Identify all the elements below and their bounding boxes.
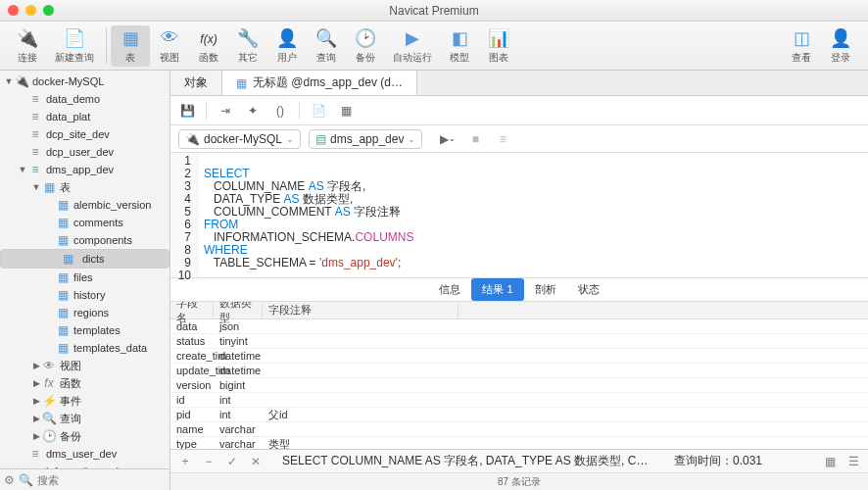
disclosure-icon[interactable]: ▶ — [31, 378, 41, 388]
disclosure-icon[interactable]: ▼ — [18, 165, 27, 174]
cell[interactable]: pid — [170, 408, 214, 421]
tree-node[interactable]: ▦files — [0, 269, 169, 286]
settings-icon[interactable]: ⚙ — [4, 473, 15, 487]
toolbar-chart-button[interactable]: 📊图表 — [479, 25, 518, 67]
table-row[interactable]: namevarchar — [170, 422, 868, 437]
cell[interactable]: int — [214, 408, 263, 421]
form-view-icon[interactable]: ☰ — [846, 455, 860, 468]
tree-node[interactable]: ▦history — [0, 286, 169, 304]
add-row-icon[interactable]: + — [178, 455, 192, 468]
toolbar-auto-button[interactable]: ▶自动运行 — [385, 25, 440, 67]
indent-icon[interactable]: ⇥ — [217, 102, 234, 120]
toolbar-fx-button[interactable]: f(x)函数 — [189, 25, 228, 67]
cell[interactable]: create_tim — [170, 349, 214, 363]
table-row[interactable]: create_timdatetime — [170, 349, 868, 364]
tree-node[interactable]: ≡dms_user_dev — [0, 445, 169, 463]
tree-node[interactable]: ▼≡dms_app_dev — [0, 161, 169, 178]
grid-view-icon[interactable]: ▦ — [823, 455, 837, 468]
cell[interactable]: int — [214, 393, 263, 407]
tree-node[interactable]: ▼▦表 — [0, 178, 169, 196]
connection-select[interactable]: 🔌 docker-MySQL ⌄ — [178, 129, 301, 149]
cell[interactable]: tinyint — [214, 334, 263, 348]
tree-node[interactable]: ≡dcp_user_dev — [0, 143, 169, 161]
save-icon[interactable]: 💾 — [178, 102, 196, 120]
cell[interactable]: bigint — [214, 378, 263, 392]
cell[interactable]: json — [214, 319, 263, 333]
result-grid[interactable]: 字段名数据类型字段注释 datajsonstatustinyintcreate_… — [170, 302, 868, 449]
stop-button[interactable]: ■ — [465, 129, 485, 149]
cell[interactable]: datetime — [214, 364, 263, 377]
tree-node[interactable]: ▶👁视图 — [0, 357, 169, 374]
table-row[interactable]: pidint父id — [170, 408, 868, 422]
tree-node[interactable]: ▦regions — [0, 304, 169, 321]
editor-tab[interactable]: 对象 — [170, 71, 222, 95]
toolbar-model-button[interactable]: ◧模型 — [440, 25, 479, 67]
toolbar-link-button[interactable]: 🔌连接 — [8, 25, 47, 67]
brackets-icon[interactable]: () — [271, 102, 289, 120]
delete-row-icon[interactable]: − — [202, 455, 216, 468]
minimize-icon[interactable] — [25, 5, 36, 16]
search-input[interactable] — [37, 474, 172, 486]
editor-tab[interactable]: ▦无标题 @dms_app_dev (d… — [222, 71, 417, 95]
disclosure-icon[interactable]: ▼ — [31, 182, 41, 192]
toolbar-table-button[interactable]: ▦表 — [111, 25, 150, 67]
cell[interactable]: type — [170, 437, 214, 449]
cancel-icon[interactable]: ✕ — [249, 455, 263, 468]
table-row[interactable]: versionbigint — [170, 378, 868, 393]
column-header[interactable]: 字段注释 — [263, 302, 458, 318]
cell[interactable]: datetime — [214, 349, 263, 363]
cell[interactable]: varchar — [214, 422, 263, 436]
tree-node[interactable]: ▦dicts — [0, 249, 169, 269]
cell[interactable] — [263, 334, 458, 348]
toolbar-panels-button[interactable]: ◫查看 — [782, 25, 821, 67]
disclosure-icon[interactable]: ▼ — [4, 76, 14, 86]
tree-node[interactable]: ▶⚡事件 — [0, 392, 169, 410]
zoom-icon[interactable] — [43, 5, 54, 16]
code-area[interactable]: SELECT COLUMN_NAME AS 字段名, DATA_TYPE AS … — [198, 153, 868, 277]
tree-node[interactable]: ▦alembic_version — [0, 196, 169, 214]
cell[interactable] — [263, 378, 458, 392]
tree-node[interactable]: ▦comments — [0, 214, 169, 231]
cell[interactable]: varchar — [214, 437, 263, 449]
beautify-icon[interactable]: ✦ — [244, 102, 262, 120]
table-row[interactable]: typevarchar类型 — [170, 437, 868, 449]
tree-node[interactable]: ▶🕑备份 — [0, 427, 169, 445]
tree[interactable]: ▼🔌docker-MySQL≡data_demo≡data_plat≡dcp_s… — [0, 71, 169, 468]
table-row[interactable]: update_timdatetime — [170, 364, 868, 378]
disclosure-icon[interactable]: ▶ — [31, 396, 41, 406]
table-row[interactable]: idint — [170, 393, 868, 408]
cell[interactable]: id — [170, 393, 214, 407]
close-icon[interactable] — [8, 5, 19, 16]
cell[interactable] — [263, 349, 458, 363]
apply-icon[interactable]: ✓ — [225, 455, 239, 468]
toolbar-newquery-button[interactable]: 📄新建查询 — [47, 25, 102, 67]
tree-node[interactable]: ▶fx函数 — [0, 374, 169, 392]
disclosure-icon[interactable]: ▶ — [31, 431, 41, 441]
grid-body[interactable]: datajsonstatustinyintcreate_timdatetimeu… — [170, 319, 868, 449]
database-select[interactable]: ▤ dms_app_dev ⌄ — [309, 129, 422, 149]
tree-node[interactable]: ≡dcp_site_dev — [0, 125, 169, 143]
toolbar-backup-button[interactable]: 🕑备份 — [346, 25, 385, 67]
column-header[interactable]: 字段名 — [170, 302, 214, 318]
table-row[interactable]: datajson — [170, 319, 868, 334]
cell[interactable]: status — [170, 334, 214, 348]
disclosure-icon[interactable]: ▶ — [31, 414, 41, 423]
explain-button[interactable]: ≡ — [493, 129, 512, 149]
tree-node[interactable]: ▦templates_data — [0, 339, 169, 357]
column-header[interactable]: 数据类型 — [214, 302, 263, 318]
tree-node[interactable]: ≡data_plat — [0, 108, 169, 125]
toolbar-avatar-button[interactable]: 👤登录 — [821, 25, 860, 67]
cell[interactable]: 类型 — [263, 437, 458, 449]
cell[interactable]: version — [170, 378, 214, 392]
cell[interactable]: name — [170, 422, 214, 436]
toolbar-view-button[interactable]: 👁视图 — [150, 25, 189, 67]
plan-icon[interactable]: ▦ — [337, 102, 355, 120]
cell[interactable] — [263, 422, 458, 436]
toolbar-query-button[interactable]: 🔍查询 — [307, 25, 346, 67]
disclosure-icon[interactable]: ▶ — [31, 361, 41, 370]
cell[interactable] — [263, 393, 458, 407]
cell[interactable]: 父id — [263, 408, 458, 421]
sql-editor[interactable]: 12345678910 SELECT COLUMN_NAME AS 字段名, D… — [170, 153, 868, 278]
tree-node[interactable]: ▼🔌docker-MySQL — [0, 73, 169, 90]
explain-icon[interactable]: 📄 — [310, 102, 327, 120]
